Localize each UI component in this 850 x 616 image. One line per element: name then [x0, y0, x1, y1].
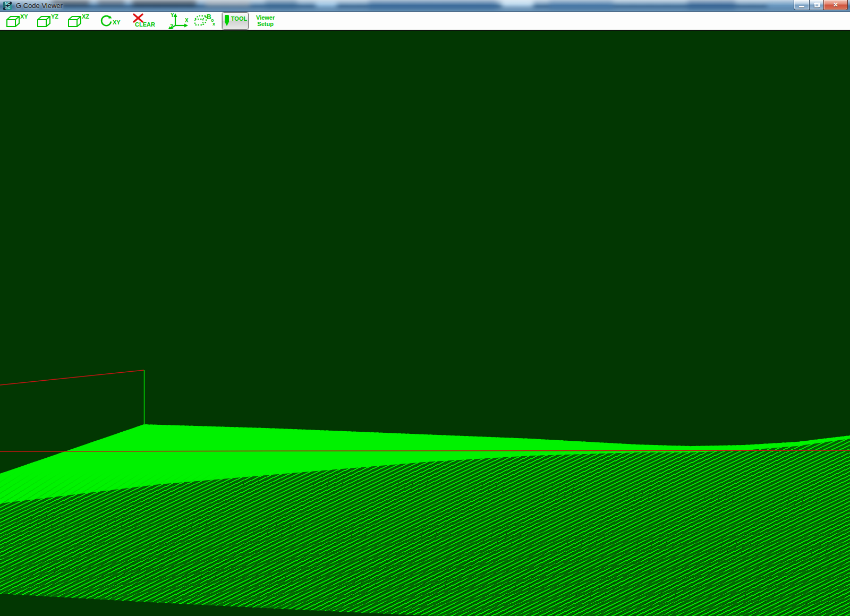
svg-text:x: x: [212, 21, 215, 27]
viewer-setup-line2: Setup: [257, 21, 274, 27]
limit-line-horizontal-icon: [0, 450, 850, 451]
view-xz-label: XZ: [82, 13, 89, 20]
rotate-xy-button[interactable]: XY: [100, 13, 123, 29]
rotate-icon: [100, 14, 113, 27]
bounding-box-button[interactable]: B o x: [193, 13, 216, 29]
viewer-setup-line1: Viewer: [256, 14, 275, 21]
view-xy-label: XY: [20, 13, 28, 20]
view-xz-button[interactable]: XZ: [67, 13, 92, 29]
close-button[interactable]: ✕: [823, 0, 848, 10]
view-xy-button[interactable]: XY: [6, 13, 31, 29]
cube-icon: [67, 15, 82, 28]
limit-line-top-icon: [0, 370, 144, 385]
viewer-setup-button[interactable]: Viewer Setup: [256, 14, 275, 27]
caption-buttons: ✕: [794, 0, 848, 10]
svg-text:X: X: [185, 18, 189, 23]
window-title: G Code Viewer: [16, 2, 63, 10]
glass-sheen: [0, 0, 850, 5]
minimize-icon: [799, 6, 804, 7]
svg-text:Z: Z: [170, 24, 173, 29]
app-icon[interactable]: NCGC: [3, 2, 12, 10]
restore-icon: [814, 3, 820, 7]
restore-button[interactable]: [809, 0, 824, 10]
view-yz-button[interactable]: YZ: [37, 13, 62, 29]
rotate-xy-label: XY: [113, 19, 121, 25]
machine-limit-lines: [0, 31, 850, 616]
raster-pass-ends: [144, 424, 850, 446]
view-yz-label: YZ: [51, 13, 58, 20]
dashed-box-icon: B o x: [193, 13, 216, 29]
cube-icon: [37, 15, 52, 28]
close-icon: ✕: [833, 2, 838, 8]
minimize-button[interactable]: [794, 0, 810, 10]
gcode-viewport[interactable]: [0, 31, 850, 616]
svg-text:Y: Y: [171, 12, 174, 18]
toolbar: XY YZ XZ: [0, 12, 850, 31]
titlebar[interactable]: NCGC G Code Viewer ✕: [0, 0, 850, 12]
clear-label: CLEAR: [135, 21, 155, 28]
tool-label: TOOL: [231, 15, 247, 22]
tool-toggle-button[interactable]: TOOL: [222, 12, 249, 30]
cube-icon: [6, 15, 21, 28]
clear-button[interactable]: CLEAR: [132, 13, 156, 29]
app-window: NCGC G Code Viewer ✕ X: [0, 0, 850, 616]
axis-orientation-button[interactable]: Y X Z: [166, 12, 189, 29]
axis-triad-icon: Y X Z: [166, 12, 189, 29]
tool-bit-icon: [224, 14, 230, 27]
